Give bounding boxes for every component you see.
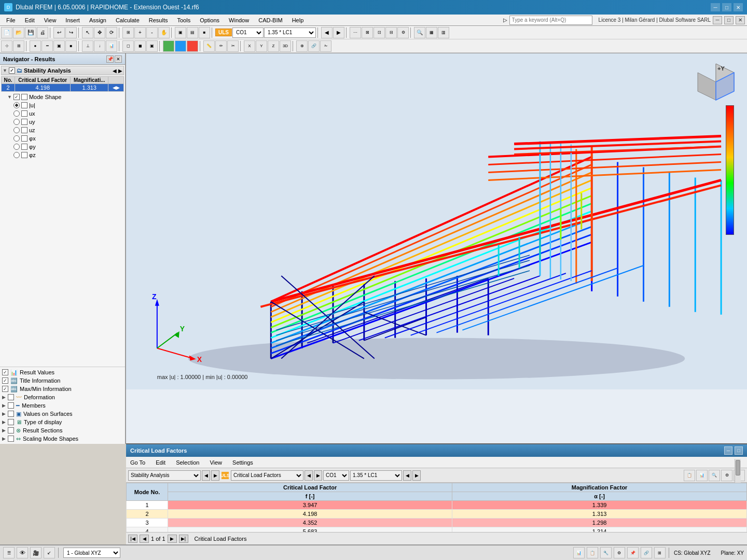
save-button[interactable]: 💾	[25, 27, 36, 38]
bp-tool2[interactable]: 📊	[696, 470, 708, 481]
analysis-combo[interactable]: Stability Analysis	[128, 470, 201, 481]
status-tb7[interactable]: ⊞	[654, 547, 666, 558]
analysis-prev-btn2[interactable]: ◀	[202, 470, 210, 481]
mode-ux-item[interactable]: ux	[1, 109, 124, 118]
menu-edit[interactable]: Edit	[21, 15, 39, 25]
close-button[interactable]: ✕	[734, 3, 743, 11]
checkbox-phix[interactable]	[21, 135, 27, 142]
next-button[interactable]: ▶	[333, 27, 344, 38]
mode-shape-checkbox2[interactable]	[21, 94, 27, 100]
undo-button[interactable]: ↩	[53, 27, 65, 38]
status-cs-combo[interactable]: 1 - Global XYZ	[63, 548, 120, 558]
menu-view[interactable]: View	[40, 15, 61, 25]
radio-u[interactable]	[13, 102, 20, 108]
lc-prev-btn[interactable]: ◀	[403, 470, 411, 481]
radio-uy[interactable]	[13, 119, 20, 125]
support-button[interactable]: ⊥	[82, 40, 93, 52]
nav-first-btn[interactable]: |◀	[128, 535, 137, 543]
checkbox-u[interactable]	[21, 102, 27, 108]
result-combo[interactable]: Critical Load Factors	[231, 470, 303, 481]
checkbox-phiz[interactable]	[21, 152, 27, 158]
load-view-button[interactable]: ↓	[94, 40, 105, 52]
analysis-prev-btn[interactable]: ◀	[113, 68, 117, 74]
sub-minimize-button[interactable]: ─	[713, 16, 722, 24]
cb-deformation[interactable]	[8, 394, 14, 400]
filter3-button[interactable]: ⊡	[374, 27, 385, 38]
show-button[interactable]: ◼	[134, 40, 146, 52]
hinge-button[interactable]: ⊕	[296, 40, 308, 52]
result-view-button[interactable]: 📊	[106, 40, 117, 52]
bp-maximize-button[interactable]: □	[735, 446, 743, 455]
view-z-button[interactable]: Z	[268, 40, 279, 52]
wireframe-button[interactable]: ▤	[187, 27, 198, 38]
mode-phiy-item[interactable]: φy	[1, 143, 124, 151]
mode-u-item[interactable]: |u|	[1, 101, 124, 109]
analysis-header[interactable]: ▼ 🗂 Stability Analysis ◀ ▶	[1, 66, 124, 75]
color3-button[interactable]	[187, 40, 198, 52]
radio-phiz[interactable]	[13, 152, 20, 158]
panel-pin-button[interactable]: 📌	[106, 55, 114, 63]
bp-minimize-button[interactable]: ─	[724, 446, 732, 455]
solid-btn2[interactable]: ■	[65, 40, 77, 52]
status-arrow-btn[interactable]: ↙	[44, 547, 55, 558]
lc-combo[interactable]: 1.35 * LC1	[264, 27, 316, 38]
status-tb3[interactable]: 🔧	[600, 547, 612, 558]
status-tb2[interactable]: 📋	[587, 547, 598, 558]
check-surfaces[interactable]: ▶ ▣ Values on Surfaces	[1, 410, 124, 418]
mode-phix-item[interactable]: φx	[1, 134, 124, 143]
menu-file[interactable]: File	[2, 15, 20, 25]
hide-button[interactable]: ◻	[122, 40, 134, 52]
cb-title-info[interactable]	[2, 377, 8, 384]
check-display[interactable]: ▶ 🖥 Type of display	[1, 418, 124, 426]
lc-combo-bottom[interactable]: 1.35 * LC1	[350, 470, 402, 481]
table-row-4[interactable]: 4 5.683 1.214	[127, 527, 747, 533]
cb-members[interactable]	[8, 402, 14, 409]
zoom-out-button[interactable]: -	[146, 27, 158, 38]
analysis-next-btn2[interactable]: ▶	[211, 470, 219, 481]
rotate-button[interactable]: ⟳	[106, 27, 117, 38]
search-input[interactable]	[509, 16, 592, 25]
result-next-btn[interactable]: ▶	[314, 470, 322, 481]
cb-surfaces[interactable]	[8, 411, 14, 417]
nav-next-btn[interactable]: ▶	[168, 535, 177, 543]
checkbox-ux[interactable]	[21, 110, 27, 117]
status-tb4[interactable]: ⚙	[614, 547, 625, 558]
menu-calculate[interactable]: Calculate	[112, 15, 144, 25]
viewport[interactable]: CO1 · 1.35 * LC1 Stability Analysis Mode…	[126, 53, 747, 444]
all-button[interactable]: ▣	[146, 40, 158, 52]
menu-insert[interactable]: Insert	[61, 15, 84, 25]
checkbox-uz[interactable]	[21, 127, 27, 133]
prev-button[interactable]: ◀	[321, 27, 333, 38]
menu-results[interactable]: Results	[145, 15, 172, 25]
check-members[interactable]: ▶ ━ Members	[1, 401, 124, 410]
print-button[interactable]: 🖨	[37, 27, 48, 38]
table-row-2[interactable]: 2 4.198 1.313	[127, 510, 747, 519]
cut-button[interactable]: ✁	[320, 40, 331, 52]
mode-shape-checkbox[interactable]	[13, 94, 20, 100]
checkbox-uy[interactable]	[21, 119, 27, 125]
title-bar-controls[interactable]: ─ □ ✕	[711, 3, 743, 11]
checkbox-phiy[interactable]	[21, 144, 27, 150]
analysis-checkbox[interactable]	[9, 67, 15, 74]
status-tb6[interactable]: 🔗	[641, 547, 652, 558]
menu-window[interactable]: Window	[225, 15, 253, 25]
cb-maxmin-info[interactable]	[2, 386, 8, 392]
move-button[interactable]: ✥	[94, 27, 105, 38]
status-menu-btn[interactable]: ☰	[3, 547, 15, 558]
status-eye-btn[interactable]: 👁	[17, 547, 28, 558]
render-button[interactable]: ▣	[175, 27, 186, 38]
bp-tool1[interactable]: 📋	[684, 470, 695, 481]
menu-help[interactable]: Help	[288, 15, 308, 25]
measure-button[interactable]: 📏	[203, 40, 215, 52]
bp-tool4[interactable]: ⚙	[721, 470, 732, 481]
panel-close-button[interactable]: ✕	[115, 55, 122, 63]
table-row-3[interactable]: 3 4.352 1.298	[127, 519, 747, 527]
check-title-info[interactable]: 🔤 Title Information	[1, 376, 124, 385]
radio-ux[interactable]	[13, 110, 20, 117]
bp-view[interactable]: View	[208, 458, 224, 467]
nav-last-btn[interactable]: ▶|	[179, 535, 188, 543]
filter1-button[interactable]: ⋯	[350, 27, 361, 38]
grid-button[interactable]: ⊞	[13, 40, 24, 52]
result-prev-btn[interactable]: ◀	[305, 470, 313, 481]
check-sections[interactable]: ▶ ⊗ Result Sections	[1, 426, 124, 435]
